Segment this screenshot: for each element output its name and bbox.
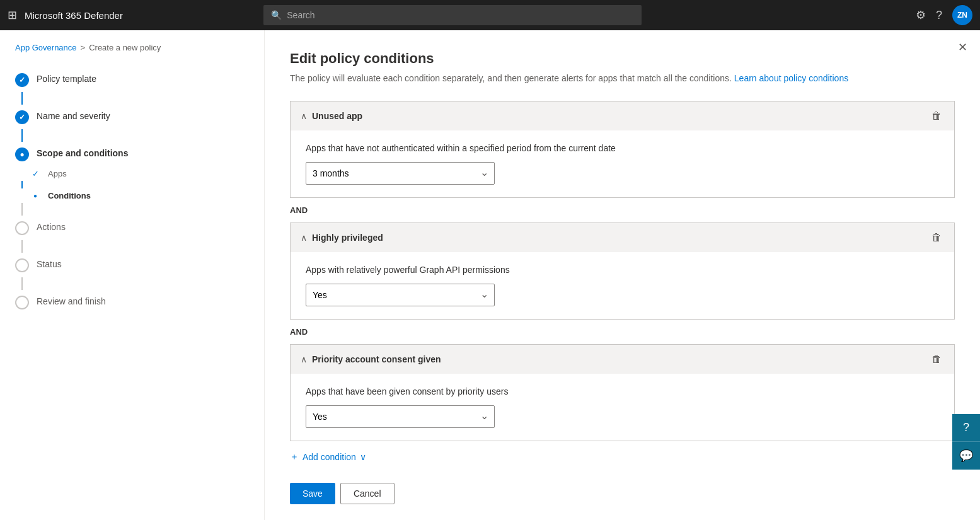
floating-buttons: ? 💬 — [952, 414, 980, 470]
bottom-bar: Save Cancel — [290, 478, 955, 504]
select-wrapper-privileged: Yes No — [306, 284, 495, 306]
sidebar: App Governance > Create a new policy ✓ P… — [0, 30, 265, 520]
chevron-up-icon-privileged: ∧ — [301, 233, 307, 243]
condition-header-privileged[interactable]: ∧ Highly privileged 🗑 — [291, 223, 954, 252]
connector-2 — [21, 129, 23, 142]
step-circle-policy-template: ✓ — [15, 73, 29, 87]
step-name-severity[interactable]: ✓ Name and severity — [0, 105, 264, 129]
select-months[interactable]: 1 month 3 months 6 months 12 months — [306, 162, 495, 185]
save-button[interactable]: Save — [290, 483, 335, 504]
substep-apps-icon: ✓ — [30, 169, 40, 178]
condition-body-privileged: Apps with relatively powerful Graph API … — [291, 252, 954, 319]
step-circle-name-severity: ✓ — [15, 110, 29, 124]
select-priority[interactable]: Yes No — [306, 405, 495, 428]
step-label-policy-template: Policy template — [37, 72, 96, 84]
topbar: ⊞ Microsoft 365 Defender 🔍 ⚙ ? ZN — [0, 0, 980, 30]
breadcrumb-current: Create a new policy — [89, 43, 161, 52]
breadcrumb: App Governance > Create a new policy — [0, 43, 264, 62]
step-circle-scope-conditions: ● — [15, 147, 29, 161]
main-layout: App Governance > Create a new policy ✓ P… — [0, 30, 980, 520]
step-label-review-finish: Review and finish — [37, 295, 106, 306]
condition-desc-priority: Apps that have been given consent by pri… — [306, 386, 939, 396]
connector-3 — [21, 203, 23, 216]
substep-conditions[interactable]: ● Conditions — [0, 188, 264, 203]
content-area: ✕ Edit policy conditions The policy will… — [265, 30, 980, 520]
delete-condition-privileged[interactable]: 🗑 — [929, 231, 944, 245]
feedback-button[interactable]: 💬 — [952, 442, 980, 470]
step-circle-status — [15, 258, 29, 272]
condition-header-priority[interactable]: ∧ Priority account consent given 🗑 — [291, 345, 954, 374]
breadcrumb-separator: > — [81, 43, 86, 52]
chevron-up-icon-priority: ∧ — [301, 354, 307, 364]
search-input[interactable] — [287, 10, 634, 20]
chevron-down-icon: ∨ — [360, 452, 366, 462]
grid-icon[interactable]: ⊞ — [8, 8, 17, 22]
step-review-finish[interactable]: Review and finish — [0, 290, 264, 315]
condition-desc-unused: Apps that have not authenticated within … — [306, 143, 939, 153]
step-actions[interactable]: Actions — [0, 216, 264, 240]
condition-desc-privileged: Apps with relatively powerful Graph API … — [306, 265, 939, 275]
chevron-up-icon-unused: ∧ — [301, 111, 307, 121]
step-label-status: Status — [37, 258, 62, 269]
select-wrapper-unused: 1 month 3 months 6 months 12 months — [306, 162, 495, 185]
search-bar[interactable]: 🔍 — [263, 5, 642, 25]
connector-5 — [21, 277, 23, 290]
avatar[interactable]: ZN — [952, 5, 972, 25]
help-chat-button[interactable]: ? — [952, 414, 980, 442]
substep-apps[interactable]: ✓ Apps — [0, 166, 264, 181]
and-label-2: AND — [290, 320, 955, 344]
condition-title-priority: Priority account consent given — [312, 354, 441, 364]
substep-conditions-icon: ● — [30, 192, 40, 199]
connector-1 — [21, 92, 23, 105]
step-circle-actions — [15, 221, 29, 235]
step-status[interactable]: Status — [0, 253, 264, 277]
close-button[interactable]: ✕ — [958, 40, 967, 54]
page-title: Edit policy conditions — [290, 50, 955, 67]
learn-link[interactable]: Learn about policy conditions — [734, 73, 848, 83]
app-title: Microsoft 365 Defender — [25, 10, 123, 21]
condition-priority-account: ∧ Priority account consent given 🗑 Apps … — [290, 344, 955, 441]
cancel-button[interactable]: Cancel — [340, 483, 395, 504]
help-icon[interactable]: ? — [936, 9, 942, 22]
condition-header-unused-app[interactable]: ∧ Unused app 🗑 — [291, 101, 954, 130]
delete-condition-unused[interactable]: 🗑 — [929, 109, 944, 123]
select-privileged[interactable]: Yes No — [306, 284, 495, 306]
step-label-actions: Actions — [37, 221, 66, 232]
substep-conditions-label: Conditions — [48, 191, 91, 200]
condition-title-privileged: Highly privileged — [312, 233, 383, 243]
and-label-1: AND — [290, 198, 955, 222]
search-icon: 🔍 — [271, 10, 282, 20]
condition-title-unused: Unused app — [312, 111, 362, 121]
add-condition-label: Add condition — [303, 452, 356, 462]
page-description: The policy will evaluate each condition … — [290, 73, 955, 83]
step-list: ✓ Policy template ✓ Name and severity ● … — [0, 62, 264, 320]
breadcrumb-parent[interactable]: App Governance — [15, 43, 77, 52]
step-label-scope-conditions: Scope and conditions — [37, 147, 128, 158]
step-scope-conditions[interactable]: ● Scope and conditions — [0, 142, 264, 166]
connector-4 — [21, 240, 23, 253]
add-condition-button[interactable]: ＋ Add condition ∨ — [290, 441, 366, 478]
step-label-name-severity: Name and severity — [37, 110, 110, 121]
select-wrapper-priority: Yes No — [306, 405, 495, 428]
topbar-right: ⚙ ? ZN — [916, 5, 972, 25]
condition-body-priority: Apps that have been given consent by pri… — [291, 374, 954, 441]
delete-condition-priority[interactable]: 🗑 — [929, 352, 944, 366]
substep-connector — [21, 181, 23, 188]
substep-apps-label: Apps — [48, 169, 67, 178]
condition-highly-privileged: ∧ Highly privileged 🗑 Apps with relative… — [290, 222, 955, 320]
condition-body-unused: Apps that have not authenticated within … — [291, 130, 954, 197]
step-circle-review-finish — [15, 296, 29, 309]
step-policy-template[interactable]: ✓ Policy template — [0, 67, 264, 92]
condition-unused-app: ∧ Unused app 🗑 Apps that have not authen… — [290, 101, 955, 198]
settings-icon[interactable]: ⚙ — [916, 8, 926, 22]
plus-icon: ＋ — [290, 451, 299, 463]
